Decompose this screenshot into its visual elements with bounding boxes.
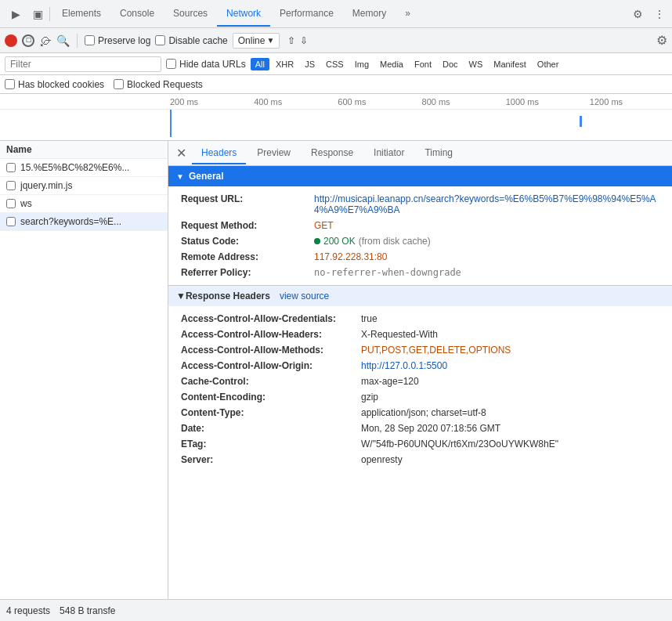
file-checkbox-2[interactable] xyxy=(6,199,16,208)
throttle-value: Online xyxy=(238,35,266,46)
tick-400: 400 ms xyxy=(252,97,336,107)
tab-console[interactable]: Console xyxy=(110,2,164,27)
disable-cache-label[interactable]: Disable cache xyxy=(155,35,227,46)
filter-manifest[interactable]: Manifest xyxy=(489,58,531,70)
settings-icon[interactable]: ⚙ xyxy=(628,5,647,23)
content-type-key: Content-Type: xyxy=(181,407,361,418)
referrer-policy-key: Referrer Policy: xyxy=(181,267,314,278)
general-section-body: Request URL: http://musicapi.leanapp.cn/… xyxy=(168,186,672,285)
request-url-val: http://musicapi.leanapp.cn/search?keywor… xyxy=(314,193,659,215)
blocked-requests-label[interactable]: Blocked Requests xyxy=(114,79,203,90)
status-transfer: 548 B transfe xyxy=(60,605,115,616)
timeline-bar-1 xyxy=(170,110,172,137)
acao-origin-row: Access-Control-Allow-Origin: http://127.… xyxy=(181,358,659,374)
filter-doc[interactable]: Doc xyxy=(438,58,463,70)
request-url-key: Request URL: xyxy=(181,193,314,204)
file-item-3[interactable]: search?keywords=%E... xyxy=(0,213,168,231)
cursor-icon[interactable]: ▶ xyxy=(6,5,25,23)
filter-css[interactable]: CSS xyxy=(321,58,349,70)
close-panel-button[interactable]: ✕ xyxy=(172,144,190,163)
tab-headers[interactable]: Headers xyxy=(192,143,246,164)
tab-network[interactable]: Network xyxy=(217,2,270,27)
status-requests: 4 requests xyxy=(6,605,50,616)
acao-methods-key: Access-Control-Allow-Methods: xyxy=(181,345,361,356)
tab-response[interactable]: Response xyxy=(302,143,363,164)
file-checkbox-0[interactable] xyxy=(6,163,16,172)
filter-img[interactable]: Img xyxy=(350,58,374,70)
cache-control-row: Cache-Control: max-age=120 xyxy=(181,374,659,389)
tab-initiator[interactable]: Initiator xyxy=(364,143,414,164)
status-code-row: Status Code: 200 OK (from disk cache) xyxy=(181,233,659,249)
request-method-val: GET xyxy=(314,220,334,231)
tab-elements[interactable]: Elements xyxy=(52,2,110,27)
tab-preview[interactable]: Preview xyxy=(247,143,300,164)
tick-1200: 1200 ms xyxy=(588,97,672,107)
network-settings-button[interactable]: ⚙ xyxy=(656,33,667,48)
filter-js[interactable]: JS xyxy=(300,58,320,70)
response-headers-title: Response Headers xyxy=(186,291,270,301)
hide-data-urls-checkbox[interactable] xyxy=(166,59,176,69)
tab-icons: ▶ ▣ xyxy=(6,5,47,23)
blocked-requests-text: Blocked Requests xyxy=(127,79,203,90)
filter-all[interactable]: All xyxy=(251,58,269,70)
throttle-select[interactable]: Online ▼ xyxy=(233,33,280,49)
file-item-2[interactable]: ws xyxy=(0,195,168,213)
inspect-icon[interactable]: ▣ xyxy=(28,5,47,23)
tab-memory[interactable]: Memory xyxy=(343,2,396,27)
acao-cred-val: true xyxy=(361,313,378,324)
acao-cred-row: Access-Control-Allow-Credentials: true xyxy=(181,311,659,327)
view-source-link[interactable]: view source xyxy=(280,291,329,301)
filter-xhr[interactable]: XHR xyxy=(271,58,298,70)
tab-performance[interactable]: Performance xyxy=(270,2,343,27)
clear-button[interactable]: ⌮ xyxy=(39,34,52,48)
stop-button[interactable]: ☐ xyxy=(22,34,34,47)
status-code-extra: (from disk cache) xyxy=(359,236,431,247)
acao-methods-val: PUT,POST,GET,DELETE,OPTIONS xyxy=(361,345,511,356)
etag-row: ETag: W/"54fb-P60UNQUK/rt6Xm/23OoUYWKW8h… xyxy=(181,436,659,452)
more-options-icon[interactable]: ⋮ xyxy=(650,5,669,23)
record-button[interactable] xyxy=(5,34,17,47)
filter-font[interactable]: Font xyxy=(410,58,436,70)
etag-key: ETag: xyxy=(181,439,361,450)
blocked-requests-checkbox[interactable] xyxy=(114,79,124,89)
upload-icon[interactable]: ⇧ xyxy=(287,35,295,46)
acao-cred-key: Access-Control-Allow-Credentials: xyxy=(181,313,361,324)
search-button[interactable]: 🔍 xyxy=(56,34,70,47)
response-headers-section-header[interactable]: ▼ Response Headers view source xyxy=(168,285,672,306)
remote-address-val: 117.92.228.31:80 xyxy=(314,251,387,262)
file-name-1: jquery.min.js xyxy=(20,180,72,191)
filter-other[interactable]: Other xyxy=(533,58,564,70)
file-checkbox-1[interactable] xyxy=(6,181,16,190)
referrer-policy-val: no-referrer-when-downgrade xyxy=(314,267,461,278)
acao-headers-row: Access-Control-Allow-Headers: X-Requeste… xyxy=(181,327,659,342)
file-item-0[interactable]: 15.%E5%BC%82%E6%... xyxy=(0,159,168,177)
file-name-2: ws xyxy=(20,198,32,209)
filter-ws[interactable]: WS xyxy=(464,58,488,70)
timeline-bars xyxy=(168,110,672,140)
tab-more[interactable]: » xyxy=(396,2,420,27)
download-icon[interactable]: ⇩ xyxy=(300,35,308,46)
file-checkbox-3[interactable] xyxy=(6,217,16,226)
tab-sources[interactable]: Sources xyxy=(164,2,217,27)
file-list-header: Name xyxy=(0,141,168,159)
acao-origin-val: http://127.0.0.1:5500 xyxy=(361,360,447,371)
has-blocked-label[interactable]: Has blocked cookies xyxy=(5,79,104,90)
timeline-ruler: 200 ms 400 ms 600 ms 800 ms 1000 ms 1200… xyxy=(0,94,672,110)
server-val: openresty xyxy=(361,454,403,465)
disable-cache-checkbox[interactable] xyxy=(155,35,165,45)
content-type-val: application/json; charset=utf-8 xyxy=(361,407,486,418)
file-list: Name 15.%E5%BC%82%E6%... jquery.min.js w… xyxy=(0,141,168,599)
file-item-1[interactable]: jquery.min.js xyxy=(0,177,168,195)
has-blocked-checkbox[interactable] xyxy=(5,79,15,89)
hide-data-urls-label[interactable]: Hide data URLs xyxy=(166,59,246,70)
preserve-log-checkbox[interactable] xyxy=(85,35,95,45)
filter-input[interactable] xyxy=(5,56,161,72)
general-section-header[interactable]: ▼ General xyxy=(168,166,672,186)
acao-headers-val: X-Requested-With xyxy=(361,329,438,340)
detail-tabs: ✕ Headers Preview Response Initiator Tim… xyxy=(168,141,672,166)
date-key: Date: xyxy=(181,423,361,434)
cache-control-key: Cache-Control: xyxy=(181,376,361,387)
filter-media[interactable]: Media xyxy=(375,58,408,70)
preserve-log-label[interactable]: Preserve log xyxy=(85,35,150,46)
tab-timing[interactable]: Timing xyxy=(415,143,462,164)
